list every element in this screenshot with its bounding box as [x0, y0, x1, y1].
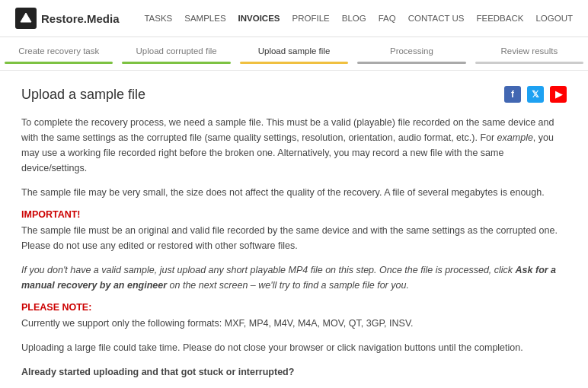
italic-note-block: If you don't have a valid sample, just u… [21, 262, 567, 293]
youtube-icon[interactable]: ▶ [550, 86, 567, 103]
nav-samples[interactable]: SAMPLES [184, 14, 225, 23]
step-upload-corrupted: Upload corrupted file [117, 37, 235, 70]
nav-faq[interactable]: FAQ [379, 14, 396, 23]
body-text-1: To complete the recovery process, we nee… [21, 115, 567, 176]
body-text-2: The sample file may be very small, the s… [21, 185, 567, 200]
logo-icon [15, 8, 37, 29]
step-review: Review results [471, 37, 588, 70]
nav-logout[interactable]: LOGOUT [535, 14, 573, 23]
logo-text: Restore.Media [41, 12, 120, 25]
refresh-section: Already started uploading and that got s… [21, 364, 567, 388]
svg-marker-0 [21, 13, 31, 22]
nav-feedback[interactable]: FEEDBACK [476, 14, 523, 23]
please-note-block: PLEASE NOTE: Currently we support only t… [21, 302, 567, 331]
facebook-icon[interactable]: f [504, 86, 521, 103]
nav-profile[interactable]: PROFILE [292, 14, 330, 23]
nav-tasks[interactable]: TASKS [144, 14, 172, 23]
title-row: Upload a sample file f 𝕏 ▶ [21, 86, 567, 103]
important-label: IMPORTANT! [21, 209, 567, 220]
step-bar-2 [122, 62, 230, 64]
step-processing: Processing [353, 37, 470, 70]
nav-invoices[interactable]: INVOICES [238, 14, 280, 23]
page-title: Upload a sample file [21, 87, 145, 103]
step-upload-sample: Upload sample file [235, 37, 353, 70]
step-bar-1 [5, 62, 113, 64]
progress-steps: Create recovery task Upload corrupted fi… [0, 37, 588, 71]
step-bar-5 [475, 62, 583, 64]
please-note-text: Currently we support only the following … [21, 316, 567, 331]
nav-blog[interactable]: BLOG [342, 14, 366, 23]
italic-note: If you don't have a valid sample, just u… [21, 262, 567, 293]
intro-text-section: To complete the recovery process, we nee… [21, 115, 567, 200]
large-file-text: Uploading a large file could take time. … [21, 340, 567, 355]
already-started-text: Already started uploading and that got s… [21, 364, 567, 380]
header: Restore.Media TASKS SAMPLES INVOICES PRO… [0, 0, 588, 37]
step-bar-3 [240, 62, 348, 64]
main-nav: TASKS SAMPLES INVOICES PROFILE BLOG FAQ … [144, 14, 573, 23]
logo: Restore.Media [15, 8, 120, 29]
important-text: The sample file must be an original and … [21, 223, 567, 253]
step-bar-4 [357, 62, 465, 64]
please-note-label: PLEASE NOTE: [21, 302, 567, 313]
step-create-task: Create recovery task [0, 37, 117, 70]
social-icons: f 𝕏 ▶ [504, 86, 567, 103]
nav-contact-us[interactable]: CONTACT US [408, 14, 465, 23]
main-content: Upload a sample file f 𝕏 ▶ To complete t… [0, 71, 588, 388]
important-block: IMPORTANT! The sample file must be an or… [21, 209, 567, 253]
twitter-icon[interactable]: 𝕏 [527, 86, 544, 103]
